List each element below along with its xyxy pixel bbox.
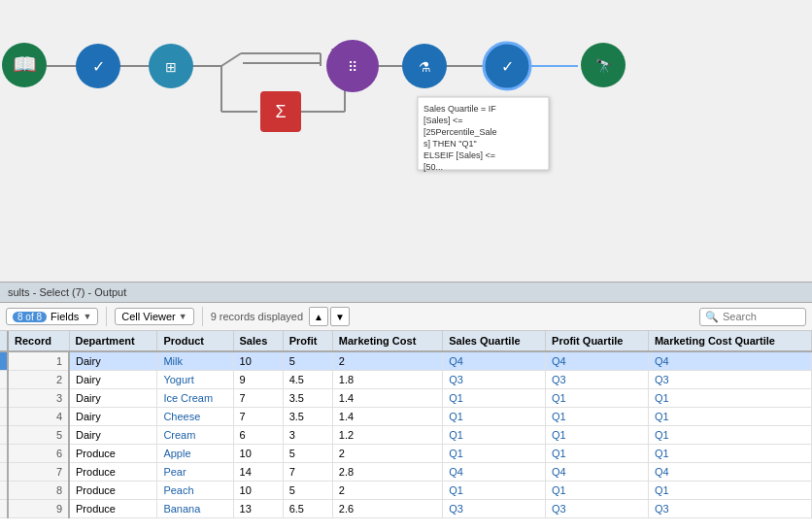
sales-cell: 10 bbox=[233, 445, 283, 463]
department-cell: Dairy bbox=[69, 389, 157, 408]
profit-cell: 7 bbox=[283, 463, 332, 482]
data-table-container[interactable]: Record Department Product Sales Profit M… bbox=[0, 331, 812, 532]
product-cell: Peach bbox=[157, 482, 233, 500]
svg-text:⚗: ⚗ bbox=[419, 59, 431, 75]
marker-col bbox=[0, 351, 8, 371]
marker-col-empty bbox=[0, 371, 8, 389]
marker-col-empty bbox=[0, 463, 8, 482]
cell-viewer-label: Cell Viewer bbox=[121, 311, 175, 322]
workflow-canvas: 📖 ✓ ⊞ 1 2 3 ⠿ Σ ⚗ ✓ 🔭 Sales Quartile = I… bbox=[0, 0, 812, 282]
sales-quartile-cell: Q1 bbox=[443, 408, 546, 426]
col-header-profit[interactable]: Profit bbox=[283, 331, 332, 351]
col-header-sales[interactable]: Sales bbox=[233, 331, 283, 351]
mktg-quartile-cell: Q3 bbox=[648, 371, 811, 389]
record-cell: 4 bbox=[8, 408, 69, 426]
svg-text:2: 2 bbox=[330, 56, 335, 66]
sales-quartile-cell: Q1 bbox=[443, 389, 546, 408]
table-row[interactable]: 1DairyMilk1052Q4Q4Q4 bbox=[0, 351, 812, 371]
col-header-profit-quartile[interactable]: Profit Quartile bbox=[546, 331, 649, 351]
department-cell: Dairy bbox=[69, 351, 157, 371]
col-header-product[interactable]: Product bbox=[157, 331, 233, 351]
svg-rect-33 bbox=[418, 97, 549, 170]
record-cell: 5 bbox=[8, 426, 69, 445]
sales-cell: 10 bbox=[233, 351, 283, 371]
data-table: Record Department Product Sales Profit M… bbox=[0, 331, 812, 518]
col-header-sales-quartile[interactable]: Sales Quartile bbox=[443, 331, 546, 351]
sales-quartile-cell: Q3 bbox=[443, 500, 546, 518]
table-row[interactable]: 7ProducePear1472.8Q4Q4Q4 bbox=[0, 463, 812, 482]
svg-text:⠿: ⠿ bbox=[348, 59, 357, 75]
profit-cell: 6.5 bbox=[283, 500, 332, 518]
marker-col-empty bbox=[0, 482, 8, 500]
profit-cell: 5 bbox=[283, 482, 332, 500]
sales-quartile-cell: Q4 bbox=[443, 463, 546, 482]
table-row[interactable]: 3DairyIce Cream73.51.4Q1Q1Q1 bbox=[0, 389, 812, 408]
marketing-cost-cell: 2 bbox=[332, 482, 442, 500]
fields-selector-button[interactable]: 8 of 8 Fields ▼ bbox=[6, 308, 98, 325]
toolbar: 8 of 8 Fields ▼ Cell Viewer ▼ 9 records … bbox=[0, 303, 812, 331]
marketing-cost-cell: 2.6 bbox=[332, 500, 442, 518]
table-row[interactable]: 2DairyYogurt94.51.8Q3Q3Q3 bbox=[0, 371, 812, 389]
department-cell: Produce bbox=[69, 500, 157, 518]
marketing-cost-cell: 1.4 bbox=[332, 408, 442, 426]
product-cell: Cheese bbox=[157, 408, 233, 426]
search-box[interactable]: 🔍 bbox=[699, 308, 806, 326]
search-input[interactable] bbox=[723, 311, 800, 322]
panel-title: sults - Select (7) - Output bbox=[8, 286, 126, 298]
department-cell: Dairy bbox=[69, 408, 157, 426]
sort-up-button[interactable]: ▲ bbox=[309, 307, 328, 326]
table-row[interactable]: 6ProduceApple1052Q1Q1Q1 bbox=[0, 445, 812, 463]
svg-line-7 bbox=[221, 53, 241, 66]
svg-text:3: 3 bbox=[330, 66, 335, 76]
svg-text:1: 1 bbox=[330, 47, 335, 56]
product-cell: Banana bbox=[157, 500, 233, 518]
col-header-record[interactable]: Record bbox=[8, 331, 69, 351]
table-row[interactable]: 8ProducePeach1052Q1Q1Q1 bbox=[0, 482, 812, 500]
marketing-cost-cell: 1.4 bbox=[332, 389, 442, 408]
table-header-row: Record Department Product Sales Profit M… bbox=[0, 331, 812, 351]
profit-quartile-cell: Q1 bbox=[546, 445, 649, 463]
svg-text:✓: ✓ bbox=[92, 58, 105, 75]
svg-point-18 bbox=[149, 44, 193, 88]
svg-text:[50...: [50... bbox=[423, 162, 443, 172]
records-count: 9 records displayed bbox=[211, 311, 303, 322]
mktg-quartile-cell: Q1 bbox=[648, 426, 811, 445]
sales-quartile-cell: Q1 bbox=[443, 445, 546, 463]
svg-text:📖: 📖 bbox=[13, 52, 37, 76]
fields-label: Fields bbox=[51, 311, 79, 322]
sort-down-button[interactable]: ▼ bbox=[330, 307, 350, 326]
toolbar-divider-2 bbox=[202, 307, 203, 326]
sales-cell: 7 bbox=[233, 408, 283, 426]
department-cell: Dairy bbox=[69, 371, 157, 389]
sort-buttons: ▲ ▼ bbox=[309, 307, 350, 326]
mktg-quartile-cell: Q1 bbox=[648, 408, 811, 426]
table-row[interactable]: 4DairyCheese73.51.4Q1Q1Q1 bbox=[0, 408, 812, 426]
profit-cell: 3.5 bbox=[283, 389, 332, 408]
sales-cell: 9 bbox=[233, 371, 283, 389]
col-header-department[interactable]: Department bbox=[69, 331, 157, 351]
department-cell: Dairy bbox=[69, 426, 157, 445]
svg-point-16 bbox=[76, 44, 120, 88]
col-header-marketing-cost-quartile[interactable]: Marketing Cost Quartile bbox=[648, 331, 811, 351]
fields-dropdown-arrow: ▼ bbox=[83, 312, 91, 321]
sales-cell: 10 bbox=[233, 482, 283, 500]
sales-cell: 6 bbox=[233, 426, 283, 445]
svg-text:Sales Quartile = IF: Sales Quartile = IF bbox=[423, 104, 496, 114]
cell-viewer-button[interactable]: Cell Viewer ▼ bbox=[115, 308, 193, 325]
marketing-cost-cell: 2 bbox=[332, 351, 442, 371]
svg-text:⊞: ⊞ bbox=[165, 59, 177, 75]
svg-text:[25Percentile_Sale: [25Percentile_Sale bbox=[423, 127, 497, 137]
marketing-cost-cell: 2.8 bbox=[332, 463, 442, 482]
sales-quartile-cell: Q3 bbox=[443, 371, 546, 389]
col-header-marketing-cost[interactable]: Marketing Cost bbox=[332, 331, 442, 351]
profit-quartile-cell: Q3 bbox=[546, 500, 649, 518]
table-row[interactable]: 5DairyCream631.2Q1Q1Q1 bbox=[0, 426, 812, 445]
profit-quartile-cell: Q1 bbox=[546, 482, 649, 500]
col-header-indicator bbox=[0, 331, 8, 351]
svg-rect-25 bbox=[260, 91, 301, 132]
search-icon: 🔍 bbox=[705, 311, 719, 323]
marker-col-empty bbox=[0, 426, 8, 445]
table-row[interactable]: 9ProduceBanana136.52.6Q3Q3Q3 bbox=[0, 500, 812, 518]
profit-quartile-cell: Q1 bbox=[546, 426, 649, 445]
profit-cell: 4.5 bbox=[283, 371, 332, 389]
